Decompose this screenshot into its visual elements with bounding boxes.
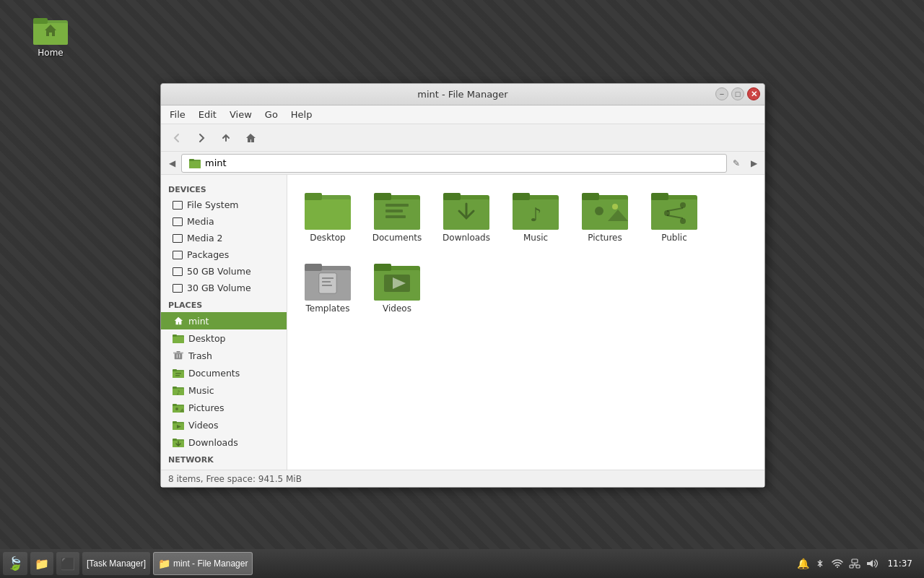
sidebar-item-50gb[interactable]: 50 GB Volume <box>161 263 287 280</box>
task-manager-label: [Task Manager] <box>87 558 146 569</box>
documents-folder-icon <box>374 189 420 230</box>
status-text: 8 items, Free space: 941.5 MiB <box>168 474 302 484</box>
sidebar-item-trash[interactable]: Trash <box>161 347 287 364</box>
svg-rect-81 <box>374 264 391 271</box>
videos-folder-label: Videos <box>383 303 411 314</box>
sidebar-item-pictures[interactable]: Pictures <box>161 399 287 416</box>
sidebar-pictures-label: Pictures <box>188 402 225 413</box>
svg-rect-5 <box>189 161 201 168</box>
svg-rect-31 <box>173 421 177 423</box>
taskbar-clock: 11:37 <box>883 558 917 569</box>
up-button[interactable] <box>214 127 237 149</box>
svg-rect-2 <box>33 18 48 24</box>
videos-sidebar-icon <box>173 419 184 431</box>
menu-view[interactable]: View <box>224 108 258 121</box>
folder-templates[interactable]: Templates <box>296 254 359 319</box>
folder-downloads[interactable]: Downloads <box>435 184 498 249</box>
svg-rect-10 <box>175 353 183 360</box>
folder-documents[interactable]: Documents <box>365 184 429 249</box>
svg-rect-78 <box>322 285 332 286</box>
templates-folder-label: Templates <box>305 303 349 314</box>
places-section-label: PLACES <box>161 296 287 312</box>
sidebar-documents-label: Documents <box>188 368 240 379</box>
addr-edit-button[interactable]: ✎ <box>728 154 744 173</box>
svg-rect-17 <box>173 369 177 371</box>
sidebar-item-media2[interactable]: Media 2 <box>161 230 287 246</box>
main-content: DEVICES File System Media Media 2 Packag… <box>161 175 764 470</box>
folder-videos[interactable]: Videos <box>365 254 429 319</box>
taskbar-files[interactable]: 📁 <box>30 552 53 575</box>
bluetooth-icon[interactable] <box>814 557 827 570</box>
svg-rect-47 <box>374 193 391 200</box>
folder-public[interactable]: Public <box>642 184 706 249</box>
sidebar-item-packages[interactable]: Packages <box>161 246 287 263</box>
menu-help[interactable]: Help <box>285 108 318 121</box>
svg-rect-85 <box>852 559 858 563</box>
downloads-sidebar-icon <box>173 436 184 448</box>
drive-icon <box>173 251 183 259</box>
sidebar-item-media[interactable]: Media <box>161 213 287 230</box>
maximize-button[interactable]: □ <box>731 87 744 100</box>
sound-icon[interactable] <box>866 557 879 570</box>
close-button[interactable]: ✕ <box>747 87 760 100</box>
svg-rect-18 <box>175 373 181 374</box>
public-folder-label: Public <box>661 233 687 243</box>
desktop-home-icon[interactable]: Home <box>22 14 79 58</box>
address-tab: mint <box>181 154 727 173</box>
toolbar <box>161 124 764 152</box>
sidebar-music-label: Music <box>188 385 214 396</box>
sidebar-item-music[interactable]: ♪ Music <box>161 381 287 399</box>
bell-icon[interactable]: 🔔 <box>796 557 809 570</box>
home-folder-icon <box>33 14 68 45</box>
sidebar-item-documents[interactable]: Documents <box>161 364 287 381</box>
sidebar-item-videos[interactable]: Videos <box>161 416 287 434</box>
documents-folder-label: Documents <box>372 233 422 243</box>
documents-sidebar-icon <box>173 367 184 379</box>
taskbar-mint-menu[interactable]: 🍃 <box>3 552 27 575</box>
address-bar: ◀ mint ✎ ▶ <box>161 152 764 175</box>
taskbar-terminal[interactable]: ⬛ <box>56 552 79 575</box>
addr-next-button[interactable]: ▶ <box>746 154 762 173</box>
sidebar-item-mint[interactable]: mint <box>161 312 287 329</box>
file-manager-taskbar-label: mint - File Manager <box>173 558 248 569</box>
folder-desktop[interactable]: Desktop <box>296 184 359 249</box>
back-button[interactable] <box>165 127 188 149</box>
desktop-folder-icon <box>305 189 351 230</box>
wifi-icon[interactable] <box>831 557 844 570</box>
downloads-folder-label: Downloads <box>443 233 490 243</box>
downloads-folder-icon <box>443 189 489 230</box>
minimize-button[interactable]: − <box>715 87 728 100</box>
sidebar-item-desktop[interactable]: Desktop <box>161 329 287 347</box>
menu-file[interactable]: File <box>164 108 191 121</box>
videos-folder-icon <box>374 260 420 301</box>
network-icon[interactable] <box>848 557 861 570</box>
svg-point-67 <box>680 202 686 208</box>
sidebar-item-filesystem[interactable]: File System <box>161 197 287 213</box>
menu-edit[interactable]: Edit <box>193 108 222 121</box>
sidebar-downloads-label: Downloads <box>188 437 238 448</box>
drive-icon <box>173 234 183 243</box>
taskbar-file-manager[interactable]: 📁 mint - File Manager <box>153 552 253 575</box>
addr-prev-button[interactable]: ◀ <box>164 154 180 173</box>
folder-music[interactable]: ♪ Music <box>504 184 567 249</box>
menu-go[interactable]: Go <box>259 108 284 121</box>
sidebar-item-downloads[interactable]: Downloads <box>161 434 287 451</box>
pictures-folder-icon <box>582 189 628 230</box>
svg-rect-43 <box>305 199 351 230</box>
sidebar-item-30gb[interactable]: 30 GB Volume <box>161 280 287 296</box>
sidebar-50gb-label: 50 GB Volume <box>187 266 251 277</box>
file-grid: Desktop Documents <box>287 175 764 470</box>
svg-rect-66 <box>651 193 668 200</box>
drive-icon <box>173 267 183 276</box>
sidebar: DEVICES File System Media Media 2 Packag… <box>161 175 287 470</box>
home-button[interactable] <box>239 127 262 149</box>
forward-button[interactable] <box>190 127 213 149</box>
taskbar-task-manager[interactable]: [Task Manager] <box>82 552 150 575</box>
folder-sidebar-icon <box>173 332 184 344</box>
svg-rect-60 <box>582 193 599 200</box>
svg-rect-75 <box>319 273 336 293</box>
folder-pictures[interactable]: Pictures <box>573 184 637 249</box>
home-sidebar-icon <box>173 315 184 327</box>
svg-rect-48 <box>385 204 409 207</box>
music-folder-icon: ♪ <box>513 189 559 230</box>
